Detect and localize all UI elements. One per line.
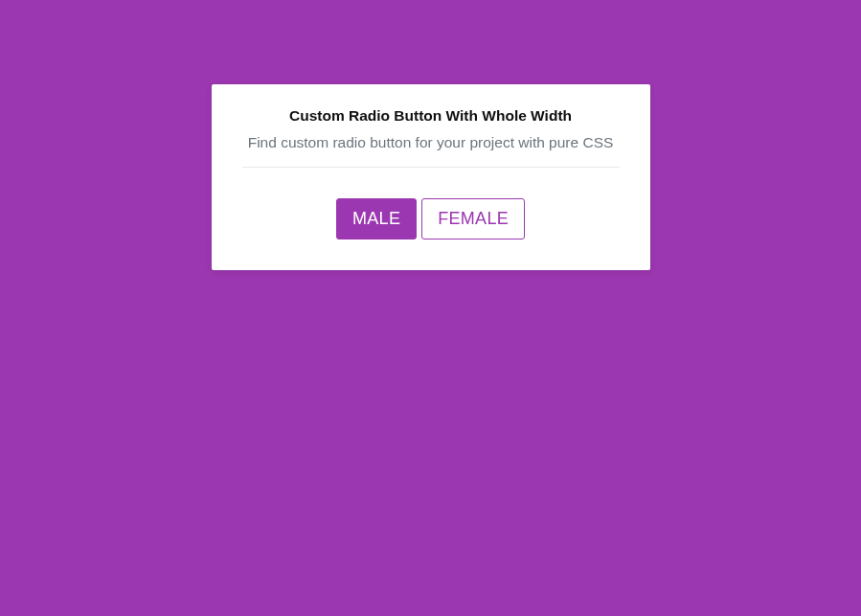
divider <box>242 167 620 168</box>
radio-option-female[interactable]: FEMALE <box>421 198 525 240</box>
card-heading: Custom Radio Button With Whole Width <box>242 107 620 125</box>
form-card: Custom Radio Button With Whole Width Fin… <box>212 84 650 270</box>
card-subheading: Find custom radio button for your projec… <box>242 134 620 151</box>
gender-radio-group: MALE FEMALE <box>242 198 620 240</box>
radio-label: FEMALE <box>438 209 509 229</box>
radio-option-male[interactable]: MALE <box>336 198 417 240</box>
radio-label: MALE <box>352 209 400 229</box>
